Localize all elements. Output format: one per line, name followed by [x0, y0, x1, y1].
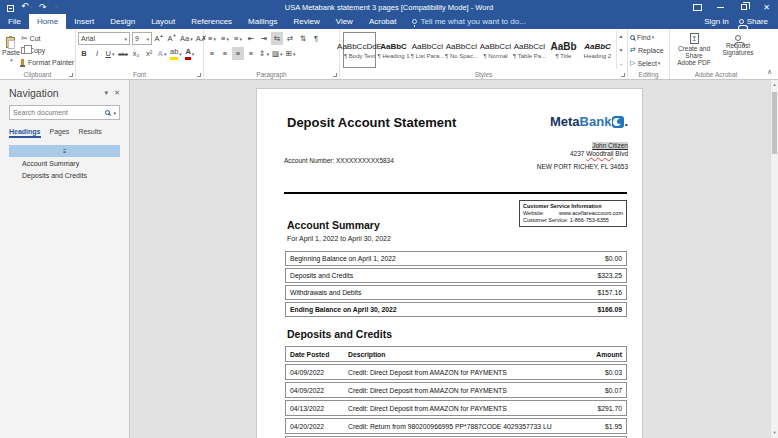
- collapse-ribbon-button[interactable]: ∧: [767, 68, 772, 76]
- clipboard-dialog-launcher[interactable]: [69, 73, 73, 77]
- find-button[interactable]: Find▾: [630, 31, 664, 43]
- create-share-pdf-button[interactable]: Create and ShareAdobe PDF: [672, 31, 716, 69]
- line-spacing-button[interactable]: ⇕▾: [258, 47, 270, 60]
- cut-button[interactable]: ✂Cut: [20, 33, 75, 44]
- styles-dialog-launcher[interactable]: [621, 73, 625, 77]
- shrink-font-button[interactable]: A▼: [166, 32, 178, 45]
- vertical-scrollbar[interactable]: ▲ ▼: [770, 80, 778, 438]
- customer-service-box: Customer Service Information Website:www…: [519, 200, 627, 227]
- underline-button[interactable]: U▾: [104, 47, 116, 60]
- restore-button[interactable]: [732, 0, 755, 14]
- rtl-text-icon: ⇄: [287, 34, 293, 44]
- font-color-button[interactable]: A▾: [184, 47, 196, 60]
- nav-tab-results[interactable]: Results: [78, 128, 101, 138]
- sort-button[interactable]: ⇅: [297, 32, 309, 45]
- tab-insert[interactable]: Insert: [66, 14, 102, 29]
- shading-button[interactable]: ▨▾: [271, 47, 284, 60]
- scroll-down-arrow-icon[interactable]: ▼: [771, 430, 778, 438]
- redo-button[interactable]: ↷: [39, 3, 47, 12]
- style-heading-2[interactable]: AaBbCHeading 2: [581, 32, 614, 68]
- tell-me-box[interactable]: Tell me what you want to do...: [404, 14, 533, 29]
- text-effects-button[interactable]: A▾: [156, 47, 168, 60]
- style-table-paragraph[interactable]: AaBbCcI¶ Table Pa...: [513, 32, 546, 68]
- ribbon-display-options-button[interactable]: [686, 0, 709, 14]
- multilevel-list-button[interactable]: ≡▾: [232, 32, 244, 45]
- nav-heading-item[interactable]: Deposits and Credits: [9, 169, 120, 181]
- nav-tab-pages[interactable]: Pages: [50, 128, 70, 138]
- tab-layout[interactable]: Layout: [143, 14, 183, 29]
- font-dialog-launcher[interactable]: [197, 73, 201, 77]
- align-left-icon: ≡: [210, 49, 214, 59]
- font-size-combo[interactable]: 9▾: [132, 32, 152, 45]
- tab-design[interactable]: Design: [102, 14, 143, 29]
- nav-heading-item[interactable]: Account Summary: [9, 157, 120, 169]
- navigation-close-button[interactable]: ✕: [114, 89, 120, 97]
- change-case-button[interactable]: Aa▾: [179, 32, 194, 45]
- style-list-paragraph[interactable]: AaBbCcI¶ List Para...: [411, 32, 444, 68]
- align-center-button[interactable]: ≡: [219, 47, 231, 60]
- align-right-button[interactable]: ≡: [232, 47, 244, 60]
- align-left-button[interactable]: ≡: [206, 47, 218, 60]
- ltr-text-button[interactable]: ⇆: [271, 32, 283, 45]
- tab-acrobat[interactable]: Acrobat: [361, 14, 405, 29]
- close-icon: ✕: [763, 3, 770, 12]
- subscript-button[interactable]: x₂: [130, 47, 142, 60]
- text-highlight-button[interactable]: ab▾: [169, 47, 183, 60]
- scrollbar-thumb[interactable]: [772, 92, 777, 154]
- tab-review[interactable]: Review: [285, 14, 327, 29]
- style-body-text[interactable]: AaBbCcDdE¶ Body Text: [343, 32, 376, 68]
- rtl-text-button[interactable]: ⇄: [284, 32, 296, 45]
- replace-button[interactable]: ⇄Replace: [630, 44, 664, 56]
- undo-button[interactable]: ↶▾: [21, 2, 32, 12]
- select-button[interactable]: ▷Select▾: [630, 57, 664, 69]
- search-icon[interactable]: [105, 110, 110, 115]
- share-button[interactable]: Share: [739, 17, 768, 26]
- tab-file[interactable]: File: [0, 14, 29, 29]
- paragraph-dialog-launcher[interactable]: [333, 73, 337, 77]
- save-button[interactable]: [7, 0, 14, 16]
- style-heading-1[interactable]: AaBbC¶ Heading 1: [377, 32, 410, 68]
- styles-more-button[interactable]: ⌄: [617, 58, 625, 69]
- search-input[interactable]: [13, 109, 105, 116]
- strikethrough-button[interactable]: abc: [117, 47, 129, 60]
- font-name-combo[interactable]: Arial▾: [78, 32, 130, 45]
- navigation-options-button[interactable]: ▾: [105, 89, 109, 97]
- scroll-up-arrow-icon[interactable]: ▲: [771, 80, 778, 90]
- styles-scroll-up-button[interactable]: ▲: [617, 31, 625, 42]
- paste-button[interactable]: Paste ▾: [2, 31, 20, 69]
- document-page[interactable]: Deposit Account Statement MetaBank. John…: [256, 88, 643, 438]
- tab-mailings[interactable]: Mailings: [240, 14, 285, 29]
- superscript-button[interactable]: x²: [143, 47, 155, 60]
- copy-button[interactable]: Copy: [20, 45, 75, 56]
- tab-view[interactable]: View: [328, 14, 361, 29]
- show-marks-button[interactable]: ¶: [310, 32, 322, 45]
- tab-references[interactable]: References: [183, 14, 240, 29]
- request-signatures-button[interactable]: RequestSignatures: [716, 31, 760, 69]
- numbering-button[interactable]: ≡▾: [219, 32, 231, 45]
- style-no-spacing[interactable]: AaBbCcI¶ No Spac...: [445, 32, 478, 68]
- replace-icon: ⇄: [630, 46, 636, 54]
- grow-font-button[interactable]: A▲: [153, 32, 165, 45]
- customize-qat-button[interactable]: ▾: [55, 4, 58, 10]
- selected-empty-heading[interactable]: Ξ: [9, 145, 120, 157]
- styles-scroll-down-button[interactable]: ▼: [617, 45, 625, 56]
- style-normal[interactable]: AaBbCcI¶ Normal: [479, 32, 512, 68]
- paste-dropdown-icon: ▾: [10, 57, 13, 63]
- cut-icon: ✂: [21, 34, 28, 43]
- deposit-row: 04/09/2022Credit: Direct Deposit from AM…: [285, 382, 627, 398]
- nav-tab-headings[interactable]: Headings: [9, 128, 41, 138]
- search-options-dropdown-icon[interactable]: ▾: [113, 110, 116, 116]
- increase-indent-button[interactable]: ⇥: [258, 32, 270, 45]
- style-title[interactable]: AaBb¶ Title: [547, 32, 580, 68]
- decrease-indent-button[interactable]: ⇤: [245, 32, 257, 45]
- bold-button[interactable]: B: [78, 47, 90, 60]
- borders-button[interactable]: ⊞▾: [285, 47, 297, 60]
- italic-button[interactable]: I: [91, 47, 103, 60]
- close-button[interactable]: ✕: [755, 0, 778, 14]
- minimize-button[interactable]: [709, 0, 732, 14]
- bullets-button[interactable]: ≡▾: [206, 32, 218, 45]
- justify-button[interactable]: ≡: [245, 47, 257, 60]
- format-painter-button[interactable]: Format Painter: [20, 57, 75, 68]
- sign-in-button[interactable]: Sign in: [704, 17, 728, 26]
- tab-home[interactable]: Home: [29, 14, 66, 29]
